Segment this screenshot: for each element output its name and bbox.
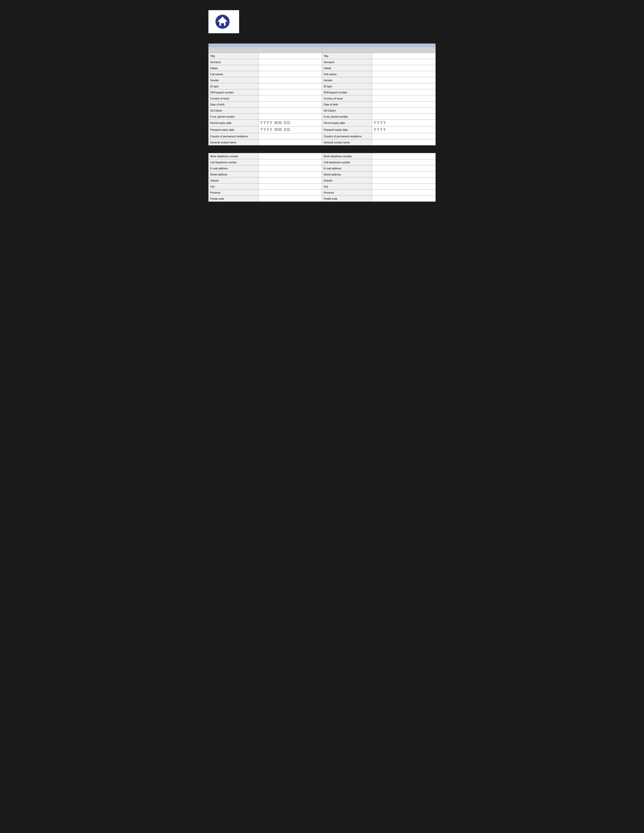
- field-value-a2[interactable]: [372, 53, 436, 59]
- field-value-a1[interactable]: [258, 83, 322, 89]
- field-label-a2: ID/Passport number: [322, 89, 372, 95]
- field-label-a1: Permit expiry date: [209, 120, 259, 127]
- contact-label-a2: Postal code: [322, 196, 372, 202]
- field-value-a1[interactable]: YYYY MM DD: [258, 120, 322, 127]
- field-label-a1: Full names: [209, 71, 259, 77]
- applicant-table: TitleTitleSurnameSurnameInitialsInitials…: [208, 47, 436, 145]
- field-value-a2[interactable]: YYYY: [372, 127, 436, 133]
- contact-value-a1[interactable]: [258, 159, 322, 165]
- field-value-a1[interactable]: [258, 53, 322, 59]
- table-row: TitleTitle: [209, 53, 436, 59]
- contact-label-a2: Suburb: [322, 177, 372, 183]
- field-value-a1[interactable]: YYYY MM DD: [258, 127, 322, 133]
- field-value-a2[interactable]: [372, 108, 436, 114]
- contact-value-a1[interactable]: [258, 190, 322, 196]
- contact-label-a2: Province: [322, 190, 372, 196]
- field-value-a2[interactable]: [372, 71, 436, 77]
- table-row: SuburbSuburb: [209, 177, 436, 183]
- field-value-a1[interactable]: [258, 77, 322, 83]
- field-label-a1: ID type: [209, 83, 259, 89]
- permit-date-hint-a1: YYYY MM DD: [260, 121, 291, 125]
- table-row: GenderGender: [209, 77, 436, 83]
- field-label-a2: Initials: [322, 65, 372, 71]
- field-label-a2: General contact name: [322, 139, 372, 145]
- table-row: Passport expiry dateYYYY MM DDPassport e…: [209, 127, 436, 133]
- field-value-a1[interactable]: [258, 108, 322, 114]
- main-form-section: TitleTitleSurnameSurnameInitialsInitials…: [208, 43, 436, 145]
- contact-value-a2[interactable]: [372, 196, 436, 202]
- contact-value-a1[interactable]: [258, 153, 322, 159]
- table-row: SA CitizenSA Citizen: [209, 108, 436, 114]
- field-value-a2[interactable]: [372, 89, 436, 95]
- field-value-a1[interactable]: [258, 89, 322, 95]
- field-label-a1: Country of permanent residence: [209, 133, 259, 139]
- field-label-a1: ID/Passport number: [209, 89, 259, 95]
- table-row: E-mail addressE-mail address: [209, 165, 436, 171]
- permit-date-hint-a2: YYYY: [374, 121, 386, 125]
- table-row: General contact nameGeneral contact name: [209, 139, 436, 145]
- field-value-a1[interactable]: [258, 71, 322, 77]
- field-label-a2: Date of birth: [322, 101, 372, 108]
- contact-value-a2[interactable]: [372, 171, 436, 177]
- field-label-a2: Country of issue: [322, 95, 372, 101]
- field-value-a2[interactable]: [372, 59, 436, 65]
- field-label-a2: Passport expiry date: [322, 127, 372, 133]
- contact-label-a1: E-mail address: [209, 165, 259, 171]
- field-label-a2: Gender: [322, 77, 372, 83]
- logo-container: [208, 10, 239, 33]
- field-value-a2[interactable]: YYYY: [372, 120, 436, 127]
- contact-value-a1[interactable]: [258, 177, 322, 183]
- field-value-a2[interactable]: [372, 133, 436, 139]
- field-value-a1[interactable]: [258, 133, 322, 139]
- passport-date-hint-a2: YYYY: [374, 127, 386, 132]
- field-label-a1: Initials: [209, 65, 259, 71]
- field-value-a2[interactable]: [372, 139, 436, 145]
- table-row: Street addressStreet address: [209, 171, 436, 177]
- contact-value-a2[interactable]: [372, 183, 436, 190]
- field-value-a1[interactable]: [258, 65, 322, 71]
- logo-icon: [215, 14, 230, 29]
- field-value-a2[interactable]: [372, 65, 436, 71]
- field-label-a1: Date of birth: [209, 101, 259, 108]
- field-value-a1[interactable]: [258, 114, 322, 120]
- field-value-a2[interactable]: [372, 101, 436, 108]
- contact-table: Work telephone numberWork telephone numb…: [208, 153, 436, 202]
- contact-value-a2[interactable]: [372, 153, 436, 159]
- field-label-a2: Title: [322, 53, 372, 59]
- contact-value-a2[interactable]: [372, 177, 436, 183]
- applicant1-header: [209, 47, 322, 53]
- contact-value-a2[interactable]: [372, 190, 436, 196]
- contact-value-a2[interactable]: [372, 165, 436, 171]
- contact-value-a1[interactable]: [258, 183, 322, 190]
- field-label-a2: Surname: [322, 59, 372, 65]
- field-label-a1: Title: [209, 53, 259, 59]
- contact-value-a1[interactable]: [258, 171, 322, 177]
- field-value-a1[interactable]: [258, 95, 322, 101]
- contact-value-a2[interactable]: [372, 159, 436, 165]
- field-value-a2[interactable]: [372, 114, 436, 120]
- table-row: ID/Passport numberID/Passport number: [209, 89, 436, 95]
- table-row: Full namesFull names: [209, 71, 436, 77]
- contact-label-a2: City: [322, 183, 372, 190]
- field-label-a2: Country of permanent residence: [322, 133, 372, 139]
- field-label-a1: General contact name: [209, 139, 259, 145]
- field-label-a1: Country of issue: [209, 95, 259, 101]
- table-row: Country of issueCountry of issue: [209, 95, 436, 101]
- field-value-a1[interactable]: [258, 139, 322, 145]
- table-row: Permit expiry dateYYYY MM DDPermit expir…: [209, 120, 436, 127]
- applicant2-header: [322, 47, 436, 53]
- field-value-a2[interactable]: [372, 83, 436, 89]
- field-label-a1: SA Citizen: [209, 108, 259, 114]
- field-label-a2: ID type: [322, 83, 372, 89]
- contact-value-a1[interactable]: [258, 165, 322, 171]
- contact-value-a1[interactable]: [258, 196, 322, 202]
- table-row: Work telephone numberWork telephone numb…: [209, 153, 436, 159]
- field-value-a2[interactable]: [372, 77, 436, 83]
- field-value-a1[interactable]: [258, 101, 322, 108]
- field-value-a1[interactable]: [258, 59, 322, 65]
- contact-label-a2: Work telephone number: [322, 153, 372, 159]
- field-value-a2[interactable]: [372, 95, 436, 101]
- contact-label-a2: E-mail address: [322, 165, 372, 171]
- field-label-a2: If not, permit number: [322, 114, 372, 120]
- table-row: Postal codePostal code: [209, 196, 436, 202]
